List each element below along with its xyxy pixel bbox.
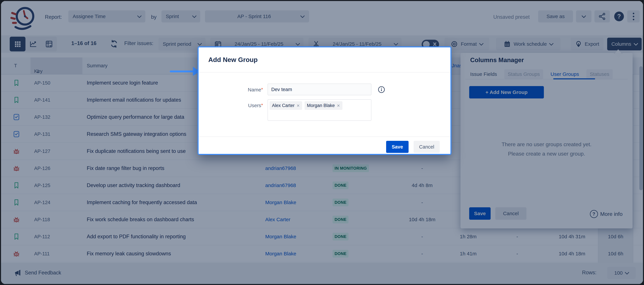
- users-label: Users*: [202, 103, 263, 108]
- remove-user-icon[interactable]: ✕: [296, 104, 300, 108]
- modal-title: Add New Group: [208, 56, 258, 64]
- modal-save-button[interactable]: Save: [386, 141, 408, 153]
- user-chip: Alex Carter✕: [270, 101, 302, 110]
- name-label: Name*: [202, 87, 263, 92]
- user-chip: Morgan Blake✕: [304, 101, 342, 110]
- remove-user-icon[interactable]: ✕: [337, 104, 340, 108]
- app-window: Report: Assignee Time by Sprint AP - Spr…: [1, 1, 643, 284]
- add-new-group-modal: Add New Group Name* Users* Alex Carter✕ …: [198, 46, 452, 155]
- group-name-input[interactable]: [268, 84, 372, 95]
- modal-header-divider: [198, 72, 450, 72]
- modal-cancel-button[interactable]: Cancel: [414, 141, 440, 153]
- modal-footer-divider: [198, 136, 450, 137]
- info-icon: [378, 86, 386, 94]
- users-multiselect[interactable]: Alex Carter✕ Morgan Blake✕: [268, 99, 372, 121]
